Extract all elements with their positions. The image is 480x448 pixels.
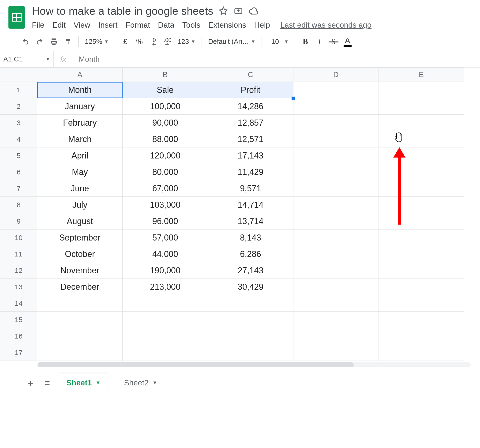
font-size-dropdown[interactable]: 10▼ [268, 38, 289, 45]
row-header[interactable]: 5 [0, 148, 37, 164]
cell[interactable] [293, 180, 379, 197]
row-header[interactable]: 17 [0, 344, 37, 361]
row-header[interactable]: 4 [0, 131, 37, 148]
text-color-button[interactable]: A [344, 36, 352, 47]
sheets-logo-icon[interactable] [8, 6, 25, 28]
cell[interactable]: December [37, 279, 123, 295]
italic-button[interactable]: I [316, 36, 324, 47]
cell[interactable]: June [37, 180, 123, 197]
cell[interactable]: October [37, 246, 123, 262]
menu-format[interactable]: Format [126, 21, 150, 29]
row-header[interactable]: 1 [0, 82, 37, 98]
cell[interactable]: 13,714 [208, 213, 293, 229]
cell[interactable]: 80,000 [123, 164, 208, 180]
cell[interactable] [123, 312, 208, 328]
sheet-tab-active[interactable]: Sheet1 ▼ [59, 373, 108, 392]
format-currency-button[interactable]: £ [121, 36, 129, 47]
bold-button[interactable]: B [301, 36, 309, 47]
row-header[interactable]: 11 [0, 246, 37, 262]
cell[interactable]: 14,286 [208, 98, 293, 115]
print-icon[interactable] [50, 36, 58, 47]
cell[interactable] [379, 295, 464, 312]
cell[interactable] [379, 115, 464, 131]
cell[interactable]: 96,000 [123, 213, 208, 229]
row-header[interactable]: 13 [0, 279, 37, 295]
cell[interactable] [208, 344, 293, 361]
cell[interactable]: Profit [208, 82, 293, 98]
cell[interactable] [379, 344, 464, 361]
menu-extensions[interactable]: Extensions [208, 21, 246, 29]
row-header[interactable]: 8 [0, 197, 37, 213]
cell[interactable]: 88,000 [123, 131, 208, 148]
column-header[interactable]: B [123, 68, 208, 82]
cell[interactable]: February [37, 115, 123, 131]
row-header[interactable]: 16 [0, 328, 37, 344]
cell[interactable] [293, 246, 379, 262]
cell[interactable] [37, 344, 123, 361]
undo-icon[interactable] [21, 36, 29, 47]
cell[interactable] [379, 279, 464, 295]
cell[interactable] [293, 213, 379, 229]
decrease-decimal-button[interactable]: .0 [149, 36, 157, 47]
name-box[interactable]: A1:C1 ▼ [0, 51, 54, 67]
all-sheets-button[interactable]: ≡ [44, 378, 50, 388]
menu-edit[interactable]: Edit [52, 21, 66, 29]
cell[interactable] [293, 131, 379, 148]
cell[interactable] [293, 164, 379, 180]
cell[interactable] [379, 82, 464, 98]
increase-decimal-button[interactable]: .00 [164, 36, 172, 47]
format-percent-button[interactable]: % [135, 36, 143, 47]
cell[interactable] [293, 115, 379, 131]
cell[interactable]: 30,429 [208, 279, 293, 295]
cell[interactable] [379, 148, 464, 164]
menu-insert[interactable]: Insert [98, 21, 118, 29]
cloud-status-icon[interactable] [248, 6, 258, 16]
cell[interactable] [293, 197, 379, 213]
row-header[interactable]: 3 [0, 115, 37, 131]
column-header[interactable]: E [379, 68, 464, 82]
column-header[interactable]: A [37, 68, 123, 82]
cell[interactable]: Month [37, 82, 123, 98]
cell[interactable]: 57,000 [123, 229, 208, 246]
menu-file[interactable]: File [32, 21, 44, 29]
row-header[interactable]: 6 [0, 164, 37, 180]
cell[interactable] [293, 148, 379, 164]
cell[interactable] [379, 197, 464, 213]
last-edit-link[interactable]: Last edit was seconds ago [280, 21, 372, 29]
cell[interactable]: 11,429 [208, 164, 293, 180]
cell[interactable] [379, 328, 464, 344]
add-sheet-button[interactable]: ＋ [26, 377, 35, 389]
cell[interactable]: 6,286 [208, 246, 293, 262]
row-header[interactable]: 15 [0, 312, 37, 328]
menu-data[interactable]: Data [158, 21, 174, 29]
column-header[interactable]: C [208, 68, 293, 82]
row-header[interactable]: 9 [0, 213, 37, 229]
cell[interactable] [37, 312, 123, 328]
chevron-down-icon[interactable]: ▼ [96, 380, 101, 386]
cell[interactable] [379, 213, 464, 229]
formula-input[interactable]: Month [73, 55, 480, 64]
cell[interactable]: 103,000 [123, 197, 208, 213]
cell[interactable] [293, 279, 379, 295]
cell[interactable]: 120,000 [123, 148, 208, 164]
menu-tools[interactable]: Tools [182, 21, 200, 29]
cell[interactable]: November [37, 262, 123, 279]
strikethrough-button[interactable]: S [330, 36, 338, 47]
cell[interactable]: 27,143 [208, 262, 293, 279]
cell[interactable]: September [37, 229, 123, 246]
cell[interactable] [37, 295, 123, 312]
star-icon[interactable] [219, 6, 228, 16]
cell[interactable]: 213,000 [123, 279, 208, 295]
cell[interactable] [379, 180, 464, 197]
sheet-tab[interactable]: Sheet2 ▼ [117, 373, 164, 392]
cell[interactable] [208, 328, 293, 344]
cell[interactable] [379, 164, 464, 180]
cell[interactable] [379, 229, 464, 246]
cell[interactable]: 44,000 [123, 246, 208, 262]
cell[interactable]: 90,000 [123, 115, 208, 131]
cell[interactable] [123, 328, 208, 344]
document-title[interactable]: How to make a table in google sheets [32, 5, 213, 17]
cell[interactable]: 12,571 [208, 131, 293, 148]
cell[interactable]: January [37, 98, 123, 115]
menu-view[interactable]: View [74, 21, 90, 29]
